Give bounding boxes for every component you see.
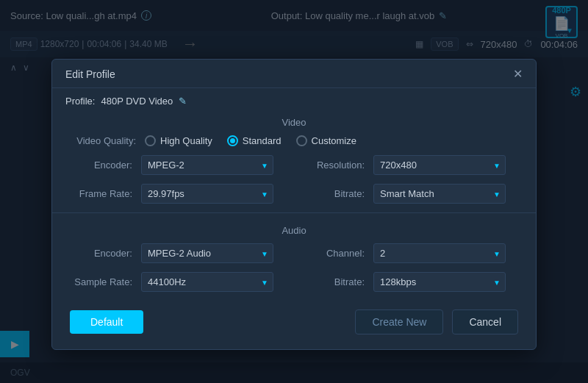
resolution-label: Resolution: (306, 160, 365, 171)
modal-buttons-row: Default Create New Cancel (52, 301, 536, 334)
quality-label: Video Quality: (70, 135, 136, 146)
quality-radio-group: High Quality Standard Customize (145, 135, 356, 146)
channel-value: 2 (380, 248, 385, 259)
resolution-pair: Resolution: 720x480 ▼ (306, 155, 518, 175)
channel-label: Channel: (306, 248, 365, 259)
quality-customize-option[interactable]: Customize (296, 135, 356, 146)
modal-overlay: Edit Profile ✕ Profile: 480P DVD Video ✎… (0, 0, 588, 383)
section-divider (52, 212, 536, 213)
audio-encoder-dropdown-arrow: ▼ (261, 249, 268, 257)
framerate-value: 29.97fps (148, 188, 184, 199)
audio-encoder-pair: Encoder: MPEG-2 Audio ▼ (70, 243, 282, 263)
bitrate-label: Bitrate: (306, 188, 365, 199)
modal-close-button[interactable]: ✕ (513, 68, 523, 80)
bitrate-dropdown[interactable]: Smart Match ▼ (373, 184, 506, 204)
audio-bitrate-label: Bitrate: (306, 276, 365, 287)
modal-title: Edit Profile (65, 68, 115, 80)
quality-high-label: High Quality (160, 135, 212, 146)
video-section-label: Video (52, 111, 536, 135)
audio-encoder-value: MPEG-2 Audio (148, 248, 211, 259)
samplerate-pair: Sample Rate: 44100Hz ▼ (70, 272, 282, 292)
profile-value: 480P DVD Video (101, 96, 173, 107)
encoder-value: MPEG-2 (148, 160, 184, 171)
framerate-label: Frame Rate: (70, 188, 132, 199)
samplerate-value: 44100Hz (148, 276, 186, 287)
encoder-pair: Encoder: MPEG-2 ▼ (70, 155, 282, 175)
modal-right-buttons: Create New Cancel (355, 309, 518, 334)
encoder-label: Encoder: (70, 160, 132, 171)
edit-profile-modal: Edit Profile ✕ Profile: 480P DVD Video ✎… (51, 59, 537, 350)
bitrate-value: Smart Match (380, 188, 434, 199)
cancel-button[interactable]: Cancel (452, 309, 518, 334)
profile-edit-icon[interactable]: ✎ (179, 96, 187, 107)
audio-encoder-dropdown[interactable]: MPEG-2 Audio ▼ (141, 243, 273, 263)
audio-encoder-label: Encoder: (70, 248, 132, 259)
quality-customize-radio[interactable] (296, 135, 307, 146)
profile-label: Profile: (65, 96, 95, 107)
resolution-dropdown-arrow: ▼ (493, 161, 501, 169)
samplerate-dropdown[interactable]: 44100Hz ▼ (141, 272, 273, 292)
samplerate-label: Sample Rate: (70, 276, 132, 287)
framerate-dropdown-arrow: ▼ (261, 190, 268, 198)
channel-pair: Channel: 2 ▼ (306, 243, 518, 263)
audio-bitrate-dropdown[interactable]: 128kbps ▼ (373, 272, 506, 292)
framerate-dropdown[interactable]: 29.97fps ▼ (141, 184, 273, 204)
bitrate-dropdown-arrow: ▼ (493, 190, 501, 198)
audio-encoder-channel-row: Encoder: MPEG-2 Audio ▼ Channel: 2 ▼ (70, 243, 518, 263)
create-new-button[interactable]: Create New (355, 309, 443, 334)
bitrate-pair: Bitrate: Smart Match ▼ (306, 184, 518, 204)
quality-standard-label: Standard (243, 135, 282, 146)
quality-high-radio[interactable] (145, 135, 156, 146)
quality-row: Video Quality: High Quality Standard Cus… (70, 135, 518, 146)
default-button[interactable]: Default (70, 310, 143, 334)
resolution-dropdown[interactable]: 720x480 ▼ (373, 155, 506, 175)
quality-high-option[interactable]: High Quality (145, 135, 212, 146)
samplerate-dropdown-arrow: ▼ (261, 278, 268, 286)
modal-header: Edit Profile ✕ (52, 60, 536, 88)
quality-standard-option[interactable]: Standard (227, 135, 282, 146)
quality-standard-radio[interactable] (227, 135, 238, 146)
audio-bitrate-value: 128kbps (380, 276, 416, 287)
framerate-pair: Frame Rate: 29.97fps ▼ (70, 184, 282, 204)
encoder-dropdown[interactable]: MPEG-2 ▼ (141, 155, 273, 175)
video-form-section: Video Quality: High Quality Standard Cus… (52, 135, 536, 204)
channel-dropdown-arrow: ▼ (493, 249, 501, 257)
encoder-resolution-row: Encoder: MPEG-2 ▼ Resolution: 720x480 ▼ (70, 155, 518, 175)
encoder-dropdown-arrow: ▼ (261, 161, 268, 169)
channel-dropdown[interactable]: 2 ▼ (373, 243, 506, 263)
quality-customize-label: Customize (312, 135, 356, 146)
resolution-value: 720x480 (380, 160, 417, 171)
profile-row: Profile: 480P DVD Video ✎ (52, 88, 536, 111)
audio-bitrate-pair: Bitrate: 128kbps ▼ (306, 272, 518, 292)
framerate-bitrate-row: Frame Rate: 29.97fps ▼ Bitrate: Smart Ma… (70, 184, 518, 204)
audio-form-section: Encoder: MPEG-2 Audio ▼ Channel: 2 ▼ (52, 243, 536, 292)
audio-bitrate-dropdown-arrow: ▼ (493, 278, 501, 286)
audio-section-label: Audio (52, 219, 536, 243)
samplerate-audiobitrate-row: Sample Rate: 44100Hz ▼ Bitrate: 128kbps … (70, 272, 518, 292)
